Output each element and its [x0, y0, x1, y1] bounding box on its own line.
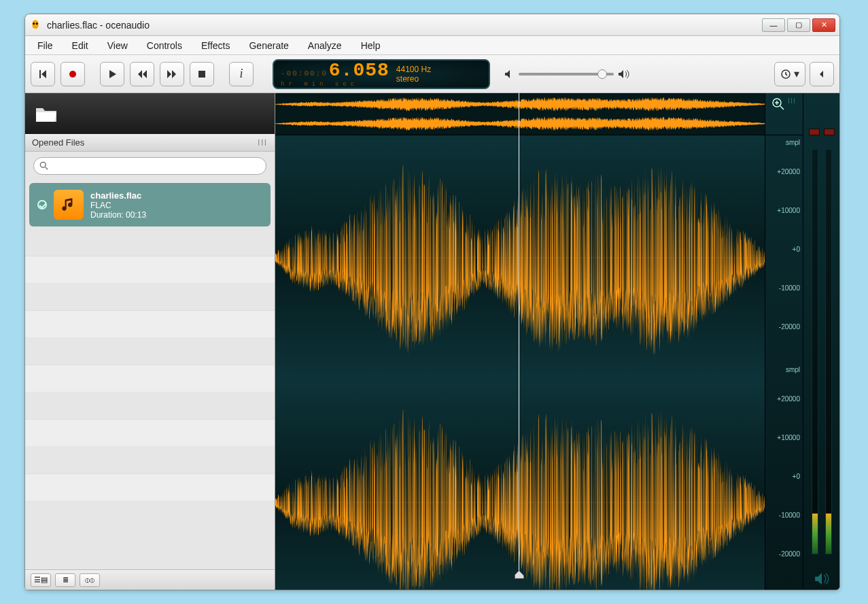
window-minimize-button[interactable]: — [762, 18, 785, 32]
volume-slider[interactable] [519, 73, 614, 76]
window: charlies.flac - ocenaudio — ▢ ✕ File Edi… [24, 14, 840, 590]
sidebar: Opened Files lll charlies.flac FLA [25, 93, 275, 590]
menu-analyze[interactable]: Analyze [300, 38, 350, 53]
lcd-time: 6.058 [329, 60, 389, 81]
list-row-empty [25, 392, 275, 420]
file-name: charlies.flac [90, 190, 146, 201]
stop-button[interactable] [190, 62, 214, 86]
sidebar-drag-handle-icon[interactable]: lll [258, 137, 268, 148]
volume-control [504, 69, 630, 80]
meter-right [825, 149, 832, 554]
record-button[interactable] [60, 62, 85, 86]
view-grid-button[interactable]: ⦶⦶ [80, 573, 100, 587]
menu-generate[interactable]: Generate [241, 38, 296, 53]
waveform-area: 0.0002.0004.0006.0008.00010.00012.000 ll… [275, 93, 839, 590]
sidebar-panel-title-text: Opened Files [32, 137, 84, 148]
file-thumb-icon [54, 190, 84, 220]
window-close-button[interactable]: ✕ [812, 18, 835, 32]
info-button[interactable]: i [229, 62, 254, 86]
clip-indicator-right [824, 129, 835, 135]
list-row-empty [25, 338, 275, 365]
svg-point-2 [69, 71, 76, 78]
level-meters [803, 93, 839, 590]
search-input[interactable] [49, 161, 260, 171]
sidebar-search [25, 152, 275, 180]
meter-left [812, 149, 818, 554]
time-display: -00:00:0 6.058 hr min sec 44100 Hz stere… [273, 59, 490, 89]
file-list: charlies.flac FLAC Duration: 00:13 [25, 180, 275, 569]
menu-help[interactable]: Help [353, 38, 389, 53]
window-maximize-button[interactable]: ▢ [787, 18, 810, 32]
sidebar-footer: ☰▤ ≣ ⦶⦶ [25, 569, 275, 590]
lcd-prefix: -00:00:0 [281, 69, 328, 78]
view-list-button[interactable]: ≣ [55, 573, 75, 587]
folder-icon[interactable] [35, 104, 58, 123]
menu-controls[interactable]: Controls [139, 38, 190, 53]
menu-bar: File Edit View Controls Effects Generate… [25, 36, 839, 55]
svg-point-6 [40, 162, 46, 167]
file-duration: Duration: 00:13 [90, 210, 146, 220]
app-icon [29, 19, 41, 31]
list-row-empty [25, 447, 275, 474]
view-details-button[interactable]: ☰▤ [31, 573, 51, 587]
clip-indicator-left [809, 129, 820, 135]
play-button[interactable] [100, 62, 124, 86]
list-row-empty [25, 311, 275, 338]
playhead[interactable] [519, 93, 519, 573]
window-title: charlies.flac - ocenaudio [47, 20, 762, 31]
history-button[interactable]: ▾ [774, 62, 805, 86]
volume-high-icon [618, 69, 630, 80]
list-row-empty [25, 420, 275, 447]
lcd-channels: stereo [396, 74, 431, 84]
menu-file[interactable]: File [29, 38, 61, 53]
back-button[interactable] [810, 62, 834, 86]
toolbar: i -00:00:0 6.058 hr min sec 44100 Hz ste… [25, 55, 839, 93]
amplitude-ruler: lll smpl+20000+10000+0-10000-20000smpl+2… [765, 93, 803, 590]
menu-view[interactable]: View [99, 38, 136, 53]
list-row-empty [25, 474, 275, 501]
goto-start-button[interactable] [31, 62, 55, 86]
speaker-icon[interactable] [814, 572, 829, 586]
menu-effects[interactable]: Effects [193, 38, 239, 53]
title-bar: charlies.flac - ocenaudio — ▢ ✕ [25, 14, 839, 36]
list-row-empty [25, 229, 275, 256]
sidebar-header [25, 93, 275, 134]
sidebar-panel-title: Opened Files lll [25, 134, 275, 152]
file-item[interactable]: charlies.flac FLAC Duration: 00:13 [29, 183, 271, 227]
forward-button[interactable] [160, 62, 184, 86]
zoom-in-icon[interactable] [771, 97, 785, 111]
volume-low-icon [504, 69, 515, 80]
file-checked-icon [37, 200, 47, 209]
file-format: FLAC [90, 201, 146, 210]
waveform-overview[interactable] [275, 93, 765, 135]
rewind-button[interactable] [130, 62, 154, 86]
waveform-channel-right[interactable] [275, 380, 765, 590]
list-row-empty [25, 365, 275, 392]
lcd-labels: hr min sec [281, 81, 358, 88]
list-row-empty [25, 284, 275, 311]
waveform-channel-left[interactable] [275, 135, 765, 380]
svg-rect-3 [198, 71, 205, 78]
svg-point-1 [36, 22, 38, 24]
lcd-samplerate: 44100 Hz [396, 65, 431, 74]
search-icon [39, 161, 49, 171]
svg-point-0 [33, 22, 35, 24]
menu-edit[interactable]: Edit [64, 38, 97, 53]
ruler-handle-icon[interactable]: lll [788, 97, 797, 105]
list-row-empty [25, 256, 275, 284]
